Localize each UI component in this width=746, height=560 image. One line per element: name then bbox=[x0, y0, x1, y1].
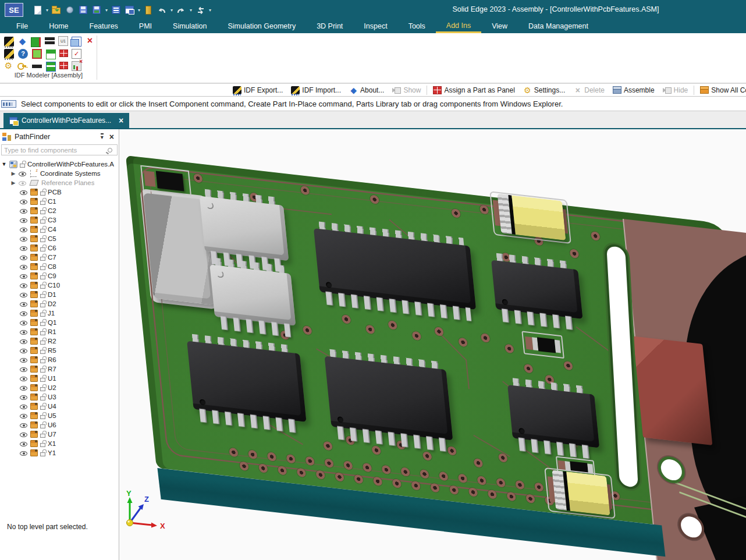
search-input[interactable] bbox=[2, 147, 108, 154]
open-icon[interactable] bbox=[52, 8, 61, 14]
tree-item-u4[interactable]: U4 bbox=[0, 402, 119, 411]
tree-item-c5[interactable]: C5 bbox=[0, 234, 119, 243]
save-as-icon[interactable] bbox=[93, 6, 101, 14]
tab-add-ins[interactable]: Add Ins bbox=[436, 19, 481, 33]
visibility-eye-icon[interactable] bbox=[20, 310, 28, 317]
exit-icon[interactable] bbox=[145, 6, 151, 15]
visibility-eye-icon[interactable] bbox=[20, 263, 28, 271]
visibility-eye-icon[interactable] bbox=[20, 217, 28, 224]
visibility-eye-icon[interactable] bbox=[20, 254, 28, 261]
visibility-eye-icon[interactable] bbox=[20, 431, 28, 438]
copy-window-icon[interactable] bbox=[72, 37, 81, 47]
expand-arrow-icon[interactable]: ▶ bbox=[10, 171, 16, 176]
tab-file[interactable]: File bbox=[6, 19, 38, 33]
tab-simulation-geometry[interactable]: Simulation Geometry bbox=[217, 19, 306, 33]
tree-item-c3[interactable]: C3 bbox=[0, 215, 119, 225]
tab-tools[interactable]: Tools bbox=[398, 19, 436, 33]
document-tab[interactable]: ControllerWithPcbFeatures... × bbox=[3, 113, 129, 128]
about-button[interactable]: ◆About... bbox=[345, 84, 388, 96]
soic-chip-gray-1[interactable] bbox=[200, 196, 289, 261]
tree-item-u1[interactable]: U1 bbox=[0, 374, 119, 383]
tab-inspect[interactable]: Inspect bbox=[353, 19, 397, 33]
key-icon[interactable] bbox=[17, 62, 27, 72]
visibility-eye-icon[interactable] bbox=[20, 366, 28, 373]
tab-features[interactable]: Features bbox=[79, 19, 129, 33]
visibility-eye-icon[interactable] bbox=[19, 170, 27, 178]
visibility-eye-icon[interactable] bbox=[20, 375, 28, 382]
new-document-icon[interactable] bbox=[34, 6, 41, 15]
visibility-eye-icon[interactable] bbox=[20, 319, 28, 327]
red-component-box[interactable] bbox=[633, 336, 712, 445]
tree-item-coordinate-systems[interactable]: ▶Coordinate Systems bbox=[0, 169, 119, 178]
tree-item-d1[interactable]: D1 bbox=[0, 290, 119, 299]
settings-button[interactable]: ⚙Settings... bbox=[519, 84, 569, 96]
visibility-eye-icon[interactable] bbox=[20, 198, 28, 205]
tantalum-capacitor-bottom[interactable] bbox=[544, 467, 616, 519]
visibility-eye-icon[interactable] bbox=[20, 338, 28, 345]
board-outline-icon[interactable] bbox=[32, 49, 42, 59]
soic-chip-black-large[interactable] bbox=[314, 228, 476, 310]
collapse-arrow-icon[interactable]: ▼ bbox=[1, 161, 7, 167]
visibility-eye-icon[interactable] bbox=[20, 272, 28, 280]
tree-item-u3[interactable]: U3 bbox=[0, 392, 119, 402]
tree-item-c4[interactable]: C4 bbox=[0, 225, 119, 234]
visibility-eye-icon[interactable] bbox=[20, 291, 28, 299]
visibility-eye-icon[interactable] bbox=[20, 207, 28, 215]
tree-item-c8[interactable]: C8 bbox=[0, 262, 119, 271]
tantalum-capacitor-top[interactable] bbox=[489, 191, 571, 244]
soic-chip-black-right[interactable] bbox=[491, 260, 582, 319]
idf-import-button[interactable]: IDF Import... bbox=[287, 84, 345, 96]
tab-data-management[interactable]: Data Management bbox=[518, 19, 599, 33]
tree-item-c2[interactable]: C2 bbox=[0, 206, 119, 215]
tree-item-r6[interactable]: R6 bbox=[0, 355, 119, 364]
pcb-board[interactable] bbox=[126, 155, 746, 537]
link-icon[interactable] bbox=[66, 6, 73, 13]
soic-chip-black-bottom-2[interactable] bbox=[325, 356, 453, 441]
3d-viewport[interactable]: Y Z X bbox=[120, 129, 746, 560]
wizard-diamond-icon[interactable]: ◆ bbox=[17, 36, 27, 46]
visibility-eye-icon[interactable] bbox=[20, 347, 28, 355]
switch-windows-icon[interactable] bbox=[196, 5, 205, 15]
tab-simulation[interactable]: Simulation bbox=[162, 19, 217, 33]
save-icon[interactable] bbox=[79, 6, 87, 14]
search-icon[interactable] bbox=[108, 148, 112, 153]
tree-root-assembly[interactable]: ▼ControllerWithPcbFeatures.A bbox=[0, 160, 119, 169]
board-icon[interactable] bbox=[31, 37, 41, 47]
bar-icon[interactable] bbox=[32, 62, 42, 72]
app-button[interactable]: SE bbox=[5, 3, 23, 17]
visibility-eye-icon[interactable] bbox=[20, 449, 28, 457]
visibility-eye-icon[interactable] bbox=[20, 244, 28, 252]
panel-grid-icon[interactable] bbox=[59, 49, 68, 57]
tree-item-d2[interactable]: D2 bbox=[0, 299, 119, 309]
delete-red-icon[interactable]: × bbox=[85, 36, 95, 46]
tree-item-u7[interactable]: U7 bbox=[0, 430, 119, 439]
visibility-eye-icon[interactable] bbox=[20, 403, 28, 410]
tree-item-u5[interactable]: U5 bbox=[0, 411, 119, 420]
tree-item-r7[interactable]: R7 bbox=[0, 364, 119, 374]
soic-chip-black-bottom-right[interactable] bbox=[507, 385, 599, 448]
dropdown-caret-icon[interactable]: ▾ bbox=[105, 5, 108, 15]
undo-icon[interactable] bbox=[157, 5, 167, 15]
idf-import-icon[interactable] bbox=[4, 49, 14, 59]
tree-item-r1[interactable]: R1 bbox=[0, 327, 119, 336]
tree-item-q1[interactable]: Q1 bbox=[0, 318, 119, 327]
dropdown-caret-icon[interactable]: ▾ bbox=[138, 5, 140, 15]
visibility-eye-icon[interactable] bbox=[20, 226, 28, 233]
settings-gear-icon[interactable]: ⚙ bbox=[3, 61, 13, 70]
idf-export-icon[interactable] bbox=[4, 37, 14, 47]
tree-item-r5[interactable]: R5 bbox=[0, 346, 119, 355]
panel-grid2-icon[interactable] bbox=[59, 62, 68, 69]
tree-item-u6[interactable]: U6 bbox=[0, 420, 119, 430]
tab-3d-print[interactable]: 3D Print bbox=[306, 19, 353, 33]
expand-arrow-icon[interactable]: ▶ bbox=[10, 180, 16, 186]
help-icon[interactable]: ? bbox=[18, 49, 28, 59]
tree-item-r2[interactable]: R2 bbox=[0, 336, 119, 346]
tree-item-reference-planes[interactable]: ▶Reference Planes bbox=[0, 178, 119, 187]
tree-item-c9[interactable]: C9 bbox=[0, 271, 119, 281]
smd-resistor[interactable] bbox=[521, 331, 564, 359]
dropdown-caret-icon[interactable]: ▾ bbox=[170, 5, 173, 15]
split-board-icon[interactable] bbox=[46, 49, 56, 59]
redo-icon[interactable] bbox=[176, 5, 186, 15]
visibility-eye-icon[interactable] bbox=[20, 394, 28, 401]
window-settings-icon[interactable] bbox=[125, 6, 134, 14]
